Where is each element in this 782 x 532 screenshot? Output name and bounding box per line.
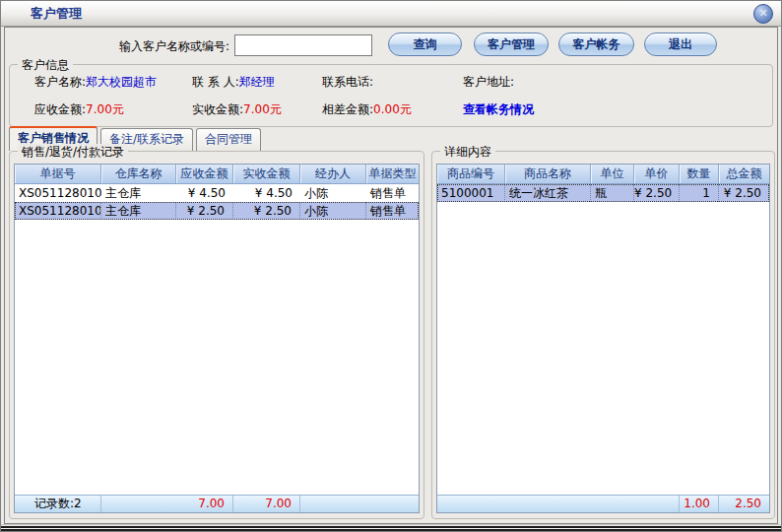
received-value: 7.00元 [243, 102, 282, 116]
received-label: 实收金额: [192, 102, 243, 116]
customer-name-label: 客户名称: [34, 75, 86, 89]
column-header-unit-price[interactable]: 单价 [634, 165, 680, 183]
column-header-received[interactable]: 实收金额 [233, 165, 300, 183]
client-area: 输入客户名称或编号: 查询 客户管理 客户帐务 退出 客户信息 客户名称:郑大校… [4, 27, 778, 524]
column-header-unit[interactable]: 单位 [591, 165, 634, 183]
contact-field: 联 系 人:郑经理 [192, 74, 275, 91]
cell-doc-no: XS051128010002 [15, 202, 101, 220]
cell-warehouse: 主仓库 [101, 202, 176, 220]
cell-receivable: ¥ 2.50 [176, 202, 233, 220]
customer-manage-button[interactable]: 客户管理 [474, 33, 549, 56]
footer-spacer [591, 496, 634, 512]
receivable-label: 应收金额: [34, 102, 86, 116]
detail-legend: 详细内容 [440, 144, 495, 161]
footer-spacer [300, 496, 366, 512]
app-window: 客户管理 ✕ 输入客户名称或编号: 查询 客户管理 客户帐务 退出 客户信息 客… [0, 0, 782, 532]
amount-total: 2.50 [719, 496, 769, 512]
cell-doc-type: 销售单 [366, 184, 419, 202]
column-header-product-no[interactable]: 商品编号 [437, 165, 505, 183]
cell-product-name: 统一冰红茶 [505, 184, 591, 202]
detail-table-header: 商品编号 商品名称 单位 单价 数量 总金额 [437, 165, 769, 184]
customer-name-field: 客户名称:郑大校园超市 [34, 74, 157, 91]
cell-warehouse: 主仓库 [101, 184, 176, 202]
receivable-total: 7.00 [176, 496, 233, 512]
close-button[interactable]: ✕ [753, 4, 773, 24]
address-label: 客户地址: [463, 75, 514, 89]
cell-unit: 瓶 [591, 184, 634, 202]
cell-handler: 小陈 [300, 184, 366, 202]
search-input[interactable] [234, 34, 372, 56]
address-field: 客户地址: [463, 74, 514, 91]
customer-info-section: 客户信息 客户名称:郑大校园超市 联 系 人:郑经理 联系电话: 客户地址: 应… [9, 64, 773, 127]
footer-spacer [505, 496, 591, 512]
column-header-handler[interactable]: 经办人 [300, 165, 366, 183]
cell-unit-price: ¥ 2.50 [634, 184, 680, 202]
diff-value: 0.00元 [373, 102, 412, 116]
cell-received: ¥ 2.50 [233, 202, 300, 220]
tab-contract[interactable]: 合同管理 [196, 128, 261, 151]
cell-product-no: 5100001 [437, 184, 505, 202]
phone-label: 联系电话: [322, 75, 373, 89]
received-total: 7.00 [233, 496, 300, 512]
sales-records-section: 销售/退货/付款记录 单据号 仓库名称 应收金额 实收金额 经办人 单据类型 X… [9, 151, 424, 519]
column-header-doc-no[interactable]: 单据号 [15, 165, 101, 183]
sales-records-legend: 销售/退货/付款记录 [18, 144, 128, 161]
column-header-product-name[interactable]: 商品名称 [505, 165, 591, 183]
close-icon: ✕ [758, 7, 767, 20]
cell-received: ¥ 4.50 [233, 184, 300, 202]
cell-receivable: ¥ 4.50 [176, 184, 233, 202]
cell-doc-type: 销售单 [366, 202, 419, 220]
footer-spacer [437, 496, 505, 512]
cell-doc-no: XS051128010001 [15, 184, 101, 202]
column-header-warehouse[interactable]: 仓库名称 [101, 165, 176, 183]
detail-section: 详细内容 商品编号 商品名称 单位 单价 数量 总金额 5100001 统一冰红… [431, 151, 775, 519]
sales-table-header: 单据号 仓库名称 应收金额 实收金额 经办人 单据类型 [15, 165, 419, 184]
search-label: 输入客户名称或编号: [33, 38, 229, 55]
received-field: 实收金额:7.00元 [192, 101, 282, 118]
sales-table-footer: 记录数:2 7.00 7.00 [15, 495, 419, 512]
phone-field: 联系电话: [322, 74, 373, 91]
table-row-selected[interactable]: 5100001 统一冰红茶 瓶 ¥ 2.50 1 ¥ 2.50 [437, 184, 769, 202]
customer-accounts-button[interactable]: 客户帐务 [558, 33, 634, 56]
column-header-total-amount[interactable]: 总金额 [719, 165, 769, 183]
diff-field: 相差金额:0.00元 [322, 101, 412, 118]
table-row-selected[interactable]: XS051128010002 主仓库 ¥ 2.50 ¥ 2.50 小陈 销售单 [15, 202, 419, 220]
receivable-value: 7.00元 [86, 102, 124, 116]
customer-info-legend: 客户信息 [18, 57, 73, 74]
diff-label: 相差金额: [322, 102, 373, 116]
cell-quantity: 1 [680, 184, 719, 202]
cell-handler: 小陈 [300, 202, 366, 220]
quantity-total: 1.00 [680, 496, 719, 512]
record-count: 记录数:2 [15, 496, 101, 512]
footer-spacer [101, 496, 176, 512]
window-bottom-edge [1, 524, 781, 531]
contact-value: 郑经理 [239, 75, 275, 89]
view-accounts-link[interactable]: 查看帐务情况 [463, 101, 534, 118]
footer-spacer [366, 496, 419, 512]
column-header-receivable[interactable]: 应收金额 [176, 165, 233, 183]
detail-table-footer: 1.00 2.50 [437, 495, 769, 512]
detail-table: 商品编号 商品名称 单位 单价 数量 总金额 5100001 统一冰红茶 瓶 ¥… [436, 164, 770, 513]
column-header-doc-type[interactable]: 单据类型 [366, 165, 419, 183]
receivable-field: 应收金额:7.00元 [34, 101, 124, 118]
query-button[interactable]: 查询 [388, 33, 462, 56]
exit-button[interactable]: 退出 [644, 33, 717, 56]
footer-spacer [634, 496, 680, 512]
detail-table-body-empty [437, 202, 769, 495]
table-row[interactable]: XS051128010001 主仓库 ¥ 4.50 ¥ 4.50 小陈 销售单 [15, 184, 419, 202]
title-bar: 客户管理 ✕ [1, 1, 781, 27]
customer-name-value: 郑大校园超市 [86, 75, 157, 89]
cell-total-amount: ¥ 2.50 [719, 184, 769, 202]
sales-table: 单据号 仓库名称 应收金额 实收金额 经办人 单据类型 XS0511280100… [14, 164, 420, 513]
contact-label: 联 系 人: [192, 75, 239, 89]
window-title: 客户管理 [31, 1, 82, 26]
column-header-quantity[interactable]: 数量 [680, 165, 719, 183]
sales-table-body-empty [15, 220, 419, 495]
